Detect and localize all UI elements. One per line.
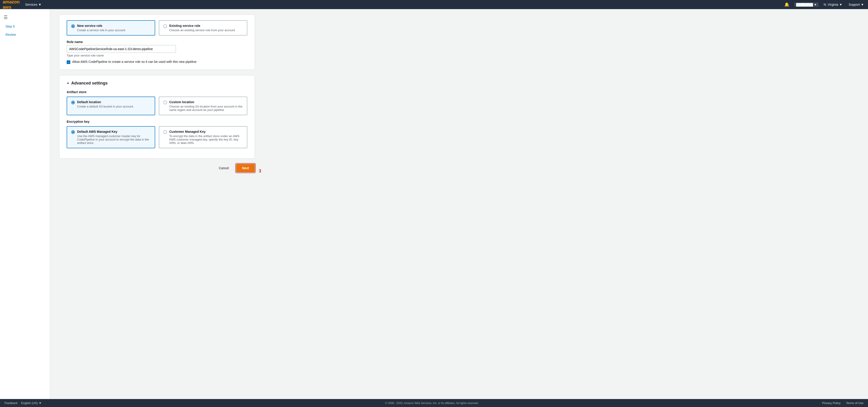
- default-location-option[interactable]: Default location Create a default S3 buc…: [67, 96, 155, 115]
- allow-codepipeline-label: Allow AWS CodePipeline to create a servi…: [72, 60, 196, 63]
- default-aws-key-option[interactable]: Default AWS Managed Key Use the AWS mana…: [67, 126, 155, 148]
- service-role-panel: New service role Create a service role i…: [59, 14, 255, 70]
- language-label: English (US): [21, 401, 38, 405]
- footer: Feedback English (US) ▼ © 2008 - 2020, A…: [0, 399, 868, 407]
- allow-codepipeline-checkbox[interactable]: [67, 60, 70, 64]
- nav-right-section: 🔔 ████████ ▼ N. Virginia ▼ Support ▼: [783, 1, 865, 8]
- advanced-settings-title: ▼ Advanced settings: [67, 81, 247, 86]
- custom-location-title: Custom location: [169, 100, 243, 104]
- custom-location-radio[interactable]: [163, 101, 167, 104]
- role-name-input[interactable]: [67, 45, 176, 53]
- custom-location-option[interactable]: Custom location Choose an existing S3 lo…: [159, 96, 247, 115]
- language-selector[interactable]: English (US) ▼: [21, 401, 42, 405]
- existing-service-role-radio[interactable]: [163, 24, 167, 28]
- new-service-role-title: New service role: [77, 24, 125, 28]
- existing-service-role-desc: Choose an existing service role from you…: [169, 28, 235, 32]
- language-chevron-icon: ▼: [39, 401, 42, 405]
- new-service-role-desc: Create a service role in your account: [77, 28, 125, 32]
- existing-service-role-title: Existing service role: [169, 24, 235, 28]
- next-button[interactable]: Next: [236, 164, 255, 172]
- new-service-role-radio[interactable]: [71, 24, 75, 28]
- annotation-number-3: 3: [259, 168, 261, 174]
- footer-copyright: © 2008 - 2020, Amazon Web Services, Inc.…: [385, 402, 479, 405]
- services-chevron-icon: ▼: [38, 3, 41, 6]
- default-location-title: Default location: [77, 100, 134, 104]
- default-location-radio[interactable]: [71, 101, 75, 104]
- customer-managed-key-radio[interactable]: [163, 130, 167, 134]
- new-service-role-option[interactable]: New service role Create a service role i…: [67, 20, 155, 35]
- cancel-button[interactable]: Cancel: [215, 165, 232, 172]
- notifications-button[interactable]: 🔔: [783, 1, 790, 8]
- top-navigation: amazonaws Services ▼ 🔔 ████████ ▼ N. Vir…: [0, 0, 868, 9]
- customer-managed-key-title: Customer Managed Key: [169, 130, 243, 134]
- feedback-link[interactable]: Feedback: [5, 401, 18, 405]
- customer-managed-key-desc: To encrypt the data in the artifact stor…: [169, 135, 243, 145]
- main-layout: ☰ Step 5 Review New service role Create …: [0, 9, 868, 399]
- service-role-options: New service role Create a service role i…: [67, 20, 247, 35]
- region-chevron-icon: ▼: [839, 3, 842, 6]
- action-buttons-row: Cancel Next 3: [59, 164, 255, 178]
- default-aws-key-desc: Use the AWS managed customer master key …: [77, 135, 151, 145]
- artifact-store-options: Default location Create a default S3 buc…: [67, 96, 247, 115]
- sidebar-item-step5[interactable]: Step 5: [0, 23, 50, 30]
- services-menu-button[interactable]: Services ▼: [23, 2, 43, 7]
- content-area: New service role Create a service role i…: [50, 9, 868, 399]
- sidebar-item-review[interactable]: Review: [0, 31, 50, 38]
- advanced-settings-label: Advanced settings: [71, 81, 107, 86]
- existing-service-role-option[interactable]: Existing service role Choose an existing…: [159, 20, 247, 35]
- artifact-store-label: Artifact store: [67, 90, 247, 94]
- account-selector[interactable]: ████████ ▼: [794, 2, 818, 7]
- footer-left: Feedback English (US) ▼: [5, 401, 42, 405]
- support-menu[interactable]: Support ▼: [847, 2, 865, 7]
- custom-location-desc: Choose an existing S3 location from your…: [169, 105, 243, 112]
- default-location-desc: Create a default S3 bucket in your accou…: [77, 105, 134, 108]
- bell-icon: 🔔: [784, 2, 789, 7]
- support-chevron-icon: ▼: [861, 3, 864, 6]
- menu-icon[interactable]: ☰: [0, 13, 50, 22]
- advanced-settings-panel: ▼ Advanced settings Artifact store Defau…: [59, 75, 255, 158]
- region-selector[interactable]: N. Virginia ▼: [822, 2, 844, 7]
- terms-of-use-link[interactable]: Terms of Use: [846, 401, 863, 405]
- default-aws-key-radio[interactable]: [71, 130, 75, 134]
- customer-managed-key-option[interactable]: Customer Managed Key To encrypt the data…: [159, 126, 247, 148]
- role-name-hint: Type your service role name: [67, 54, 247, 57]
- encryption-key-label: Encryption key: [67, 120, 247, 123]
- account-chevron-icon: ▼: [814, 3, 817, 6]
- collapse-triangle-icon[interactable]: ▼: [67, 82, 69, 85]
- aws-logo[interactable]: amazonaws: [3, 0, 20, 10]
- account-label: ████████: [796, 3, 813, 6]
- footer-right: Privacy Policy Terms of Use: [822, 401, 863, 405]
- sidebar: ☰ Step 5 Review: [0, 9, 50, 399]
- region-label: N. Virginia: [824, 3, 838, 6]
- encryption-key-options: Default AWS Managed Key Use the AWS mana…: [67, 126, 247, 148]
- aws-logo-text: amazonaws: [3, 0, 20, 10]
- services-label: Services: [25, 3, 37, 6]
- privacy-policy-link[interactable]: Privacy Policy: [822, 401, 840, 405]
- allow-codepipeline-checkbox-row[interactable]: Allow AWS CodePipeline to create a servi…: [67, 60, 247, 64]
- default-aws-key-title: Default AWS Managed Key: [77, 130, 151, 134]
- role-name-label: Role name: [67, 40, 247, 44]
- support-label: Support: [849, 3, 860, 6]
